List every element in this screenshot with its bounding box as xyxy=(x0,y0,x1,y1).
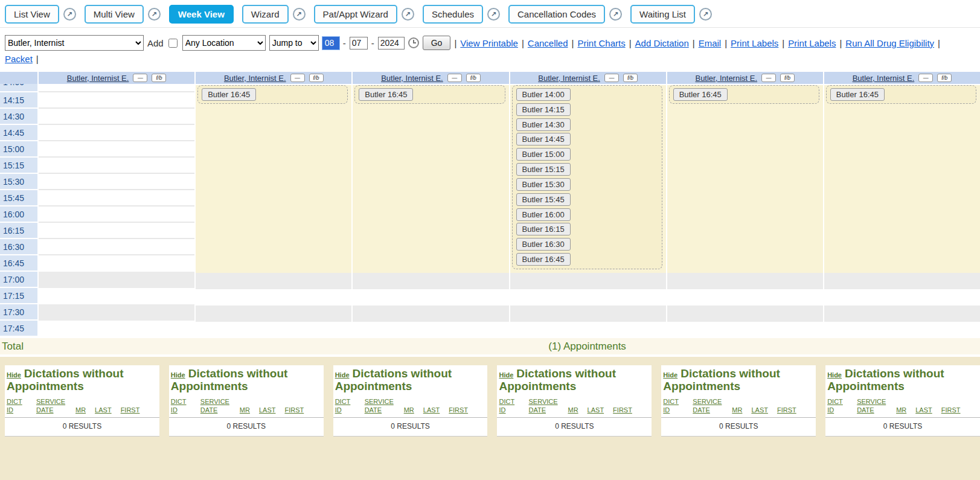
minimize-button[interactable]: — xyxy=(604,74,619,82)
column-header-dict-id[interactable]: DICT ID xyxy=(499,397,519,415)
column-header-first[interactable]: FIRST xyxy=(449,406,468,414)
hide-link[interactable]: Hide xyxy=(499,371,513,379)
appointment-slot-button[interactable]: Butler 16:30 xyxy=(516,238,571,251)
link-cancelled[interactable]: Cancelled xyxy=(528,38,568,48)
column-header-service-date[interactable]: SERVICE DATE xyxy=(693,397,723,415)
appointment-slot-button[interactable]: Butler 14:00 xyxy=(516,88,571,101)
column-header-mr[interactable]: MR xyxy=(896,406,906,414)
minimize-button[interactable]: — xyxy=(447,74,462,82)
column-header-last[interactable]: LAST xyxy=(751,406,768,414)
tab-wizard[interactable]: Wizard xyxy=(242,5,289,24)
minimize-button[interactable]: — xyxy=(290,74,305,82)
date-day-input[interactable] xyxy=(350,37,368,50)
column-header-mr[interactable]: MR xyxy=(75,406,86,414)
open-new-window-icon[interactable]: ↗ xyxy=(699,8,712,21)
appointment-slot-button[interactable]: Butler 16:45 xyxy=(673,88,728,101)
column-header-last[interactable]: LAST xyxy=(423,406,440,414)
fb-button[interactable]: f/b xyxy=(937,74,952,82)
column-header-mr[interactable]: MR xyxy=(404,406,414,414)
column-header-dict-id[interactable]: DICT ID xyxy=(827,397,848,415)
link-print-charts[interactable]: Print Charts xyxy=(577,38,625,48)
hide-link[interactable]: Hide xyxy=(827,371,842,379)
open-new-window-icon[interactable]: ↗ xyxy=(487,8,500,21)
appointment-slot-button[interactable]: Butler 16:15 xyxy=(516,223,571,235)
tab-waiting-list[interactable]: Waiting List xyxy=(630,5,695,24)
column-header-service-date[interactable]: SERVICE DATE xyxy=(528,397,559,415)
column-header-service-date[interactable]: SERVICE DATE xyxy=(365,397,395,415)
appointment-slot-button[interactable]: Butler 15:45 xyxy=(516,193,571,206)
open-slots-area[interactable]: Butler 16:45 xyxy=(824,85,980,273)
open-slots-area[interactable]: Butler 14:00 Butler 14:15 Butler 14:30 B… xyxy=(510,85,666,273)
open-new-window-icon[interactable]: ↗ xyxy=(293,8,306,21)
clock-icon[interactable] xyxy=(408,37,419,48)
appointment-slot-button[interactable]: Butler 14:15 xyxy=(516,103,571,116)
link-packet[interactable]: Packet xyxy=(5,54,33,64)
column-header-last[interactable]: LAST xyxy=(259,406,276,414)
column-header-service-date[interactable]: SERVICE DATE xyxy=(857,397,887,415)
date-year-input[interactable] xyxy=(378,37,405,50)
appointment-slot-button[interactable]: Butler 16:45 xyxy=(830,88,885,101)
column-header-first[interactable]: FIRST xyxy=(613,406,632,414)
column-header-first[interactable]: FIRST xyxy=(777,406,796,414)
add-checkbox[interactable] xyxy=(168,39,178,48)
minimize-button[interactable]: — xyxy=(918,74,933,82)
hide-link[interactable]: Hide xyxy=(663,371,677,379)
column-header-last[interactable]: LAST xyxy=(588,406,604,414)
fb-button[interactable]: f/b xyxy=(466,74,481,82)
column-header-first[interactable]: FIRST xyxy=(284,406,304,414)
open-new-window-icon[interactable]: ↗ xyxy=(148,8,161,21)
appointment-slot-button[interactable]: Butler 16:45 xyxy=(516,253,571,266)
appointment-slot-button[interactable]: Butler 16:00 xyxy=(516,208,571,221)
appointment-slot-button[interactable]: Butler 14:30 xyxy=(516,118,571,131)
column-header-last[interactable]: LAST xyxy=(915,406,932,414)
open-new-window-icon[interactable]: ↗ xyxy=(609,8,622,21)
date-month-input[interactable] xyxy=(322,37,339,50)
tab-week-view[interactable]: Week View xyxy=(169,5,234,24)
location-select[interactable]: Any Location xyxy=(182,35,266,51)
hide-link[interactable]: Hide xyxy=(7,371,21,379)
column-header-dict-id[interactable]: DICT ID xyxy=(335,397,356,415)
fb-button[interactable]: f/b xyxy=(152,74,166,82)
go-button[interactable]: Go xyxy=(423,36,451,50)
open-slots-area[interactable]: Butler 16:45 xyxy=(353,85,508,273)
tab-multi-view[interactable]: Multi View xyxy=(85,5,144,24)
appointment-slot-button[interactable]: Butler 15:00 xyxy=(516,148,571,161)
column-header-first[interactable]: FIRST xyxy=(121,406,140,414)
provider-link[interactable]: Butler, Internist E. xyxy=(67,74,129,83)
provider-link[interactable]: Butler, Internist E. xyxy=(695,74,757,83)
jump-to-select[interactable]: Jump to xyxy=(269,35,319,51)
appointment-slot-button[interactable]: Butler 15:15 xyxy=(516,163,571,176)
link-print-labels-2[interactable]: Print Labels xyxy=(788,38,836,48)
fb-button[interactable]: f/b xyxy=(309,74,324,82)
open-new-window-icon[interactable]: ↗ xyxy=(63,8,76,21)
provider-select[interactable]: Butler, Internist xyxy=(5,35,144,51)
appointment-slot-button[interactable]: Butler 16:45 xyxy=(359,88,413,101)
minimize-button[interactable]: — xyxy=(761,74,776,82)
tab-pat-appt-wizard[interactable]: Pat/Appt Wizard xyxy=(314,5,397,24)
appointment-slot-button[interactable]: Butler 16:45 xyxy=(202,88,256,101)
tab-cancellation-codes[interactable]: Cancellation Codes xyxy=(508,5,605,24)
column-header-mr[interactable]: MR xyxy=(568,406,578,414)
column-header-service-date[interactable]: SERVICE DATE xyxy=(200,397,231,415)
column-header-mr[interactable]: MR xyxy=(240,406,250,414)
column-header-dict-id[interactable]: DICT ID xyxy=(663,397,684,415)
provider-link[interactable]: Butler, Internist E. xyxy=(853,74,915,83)
tab-schedules[interactable]: Schedules xyxy=(423,5,483,24)
column-header-mr[interactable]: MR xyxy=(732,406,742,414)
column-header-last[interactable]: LAST xyxy=(95,406,112,414)
link-run-all-drug-eligibility[interactable]: Run All Drug Eligibility xyxy=(845,38,934,48)
fb-button[interactable]: f/b xyxy=(623,74,638,82)
appointment-slot-button[interactable]: Butler 15:30 xyxy=(516,178,571,191)
appointment-slot-button[interactable]: Butler 14:45 xyxy=(516,133,571,146)
open-slots-area[interactable]: Butler 16:45 xyxy=(667,85,823,273)
open-slots-area[interactable]: Butler 16:45 xyxy=(196,85,351,273)
column-header-dict-id[interactable]: DICT ID xyxy=(171,397,191,415)
link-email[interactable]: Email xyxy=(699,38,722,48)
link-print-labels[interactable]: Print Labels xyxy=(731,38,778,48)
open-new-window-icon[interactable]: ↗ xyxy=(402,8,414,21)
column-header-service-date[interactable]: SERVICE DATE xyxy=(36,397,66,415)
link-add-dictation[interactable]: Add Dictation xyxy=(635,38,689,48)
column-header-dict-id[interactable]: DICT ID xyxy=(7,397,27,415)
provider-link[interactable]: Butler, Internist E. xyxy=(381,74,443,83)
hide-link[interactable]: Hide xyxy=(335,371,350,379)
